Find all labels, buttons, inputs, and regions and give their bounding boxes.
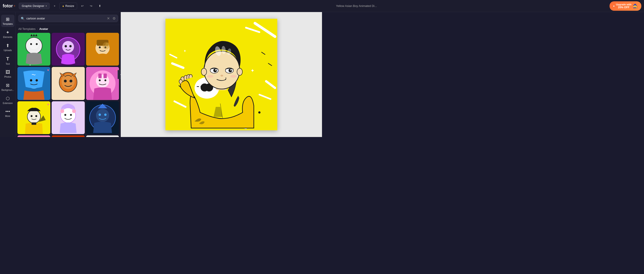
sidebar-item-text[interactable]: T Text <box>1 54 14 67</box>
template-preview <box>86 136 119 137</box>
sidebar-label-more: More <box>5 115 10 117</box>
filter-button[interactable]: ⚙ <box>112 16 116 20</box>
template-preview: 〜 <box>18 67 50 100</box>
redo-icon: ↪ <box>90 4 92 7</box>
resize-button[interactable]: ♦ Resize <box>60 3 77 9</box>
svg-text:〜: 〜 <box>32 73 36 77</box>
svg-marker-3 <box>30 34 38 36</box>
template-item[interactable] <box>86 101 119 134</box>
template-item[interactable]: ♥ <box>86 67 119 100</box>
photos-icon: 🖼 <box>6 70 10 75</box>
redo-button[interactable]: ↪ <box>88 3 94 9</box>
svg-point-33 <box>104 79 106 81</box>
templates-panel: 🔍 ✕ ⚙ All Templates › Avatar <box>16 12 121 137</box>
template-preview: 😴 ZZZ <box>18 136 50 137</box>
svg-point-43 <box>64 114 66 116</box>
template-item[interactable] <box>52 101 84 134</box>
favorite-icon: ♥ <box>116 68 118 72</box>
backgrounds-icon: ⊠ <box>6 83 10 88</box>
svg-point-44 <box>70 114 72 116</box>
template-item[interactable]: ★ <box>18 33 50 66</box>
svg-point-32 <box>98 79 100 81</box>
svg-point-18 <box>105 43 109 46</box>
breadcrumb-current: Avatar <box>39 27 48 30</box>
svg-point-110 <box>237 68 242 75</box>
undo-button[interactable]: ↩ <box>79 3 86 9</box>
template-item[interactable] <box>52 136 84 137</box>
favorite-icon: ♥ <box>47 103 49 106</box>
main-layout: ⊞ Templates ✦ Elements ⬆ Uploads T Text … <box>0 12 322 137</box>
more-icon: ••• <box>5 109 10 114</box>
template-item[interactable]: 〜 ♥ <box>18 67 50 100</box>
sidebar-item-photos[interactable]: 🖼 Photos <box>1 68 14 80</box>
favorite-icon: ♥ <box>47 68 49 72</box>
templates-icon: ⊞ <box>6 16 10 22</box>
svg-point-11 <box>69 45 72 47</box>
template-item[interactable]: ♥ <box>18 101 50 134</box>
template-item[interactable] <box>52 33 84 66</box>
template-preview <box>52 67 84 100</box>
template-item[interactable] <box>86 33 119 66</box>
svg-point-116 <box>230 69 232 71</box>
svg-rect-34 <box>98 74 102 78</box>
svg-rect-101 <box>200 86 213 88</box>
diamond-icon: ♦ <box>62 4 64 8</box>
sidebar-label-elements: Elements <box>3 36 12 38</box>
avatar-canvas[interactable]: ✦ ✦ <box>166 19 277 130</box>
svg-point-38 <box>31 115 32 117</box>
document-title: Yellow Asian Boy Animated Di... <box>105 4 322 7</box>
upload-icon: ⬆ <box>98 4 101 7</box>
search-box: 🔍 ✕ ⚙ <box>18 15 118 22</box>
canvas-wrapper: ✦ ✦ <box>166 19 277 130</box>
template-item[interactable]: 😴 ZZZ <box>18 136 50 137</box>
header: fotor ® Graphic Designer ▾ + ♦ Resize ↩ … <box>0 0 322 12</box>
breadcrumb-all-templates[interactable]: All Templates <box>18 27 36 30</box>
undo-icon: ↩ <box>81 4 84 7</box>
svg-rect-40 <box>32 122 36 125</box>
svg-point-118 <box>207 75 213 78</box>
template-preview <box>86 67 119 100</box>
graphic-designer-button[interactable]: Graphic Designer ▾ <box>19 3 50 9</box>
svg-point-97 <box>258 111 260 114</box>
collapse-panel-button[interactable]: ‹ <box>118 70 121 79</box>
svg-point-39 <box>35 115 37 117</box>
svg-point-119 <box>230 75 236 78</box>
sidebar-label-photos: Photos <box>4 76 11 78</box>
template-preview <box>86 101 119 134</box>
resize-label: Resize <box>65 4 74 7</box>
sidebar-label-backgrounds: Backgroun... <box>1 89 14 91</box>
svg-point-115 <box>215 69 216 71</box>
svg-point-5 <box>36 43 38 45</box>
sidebar-item-elements[interactable]: ✦ Elements <box>1 28 14 40</box>
svg-point-50 <box>98 113 101 116</box>
search-input[interactable] <box>26 15 105 22</box>
sidebar-item-templates[interactable]: ⊞ Templates <box>1 15 14 27</box>
svg-point-31 <box>96 75 109 88</box>
clear-search-button[interactable]: ✕ <box>107 16 110 20</box>
sidebar-item-uploads[interactable]: ⬆ Uploads <box>1 41 14 53</box>
sidebar-label-templates: Templates <box>3 23 13 25</box>
logo-text: fotor <box>3 3 13 8</box>
upload-button[interactable]: ⬆ <box>96 3 103 9</box>
add-button[interactable]: + <box>52 3 58 9</box>
template-grid-columns: ★ <box>18 33 119 137</box>
svg-point-117 <box>220 75 223 77</box>
template-preview <box>52 33 84 66</box>
graphic-designer-label: Graphic Designer <box>22 4 44 7</box>
template-preview <box>52 136 84 137</box>
sidebar-item-extension[interactable]: ⬡ Extension <box>1 94 14 106</box>
template-preview: ★ <box>18 33 50 66</box>
template-item[interactable] <box>52 67 84 100</box>
elements-icon: ✦ <box>6 30 10 35</box>
template-preview <box>18 101 50 134</box>
search-icon: 🔍 <box>21 17 24 20</box>
sidebar-item-more[interactable]: ••• More <box>1 107 14 119</box>
sidebar-item-backgrounds[interactable]: ⊠ Backgroun... <box>1 81 14 93</box>
svg-point-22 <box>36 79 38 82</box>
uploads-icon: ⬆ <box>6 43 10 48</box>
chevron-down-icon: ▾ <box>46 5 47 7</box>
templates-grid: ★ <box>16 33 121 137</box>
logo-superscript: ® <box>14 5 16 7</box>
template-item[interactable] <box>86 136 119 137</box>
sidebar-label-text: Text <box>6 63 10 65</box>
